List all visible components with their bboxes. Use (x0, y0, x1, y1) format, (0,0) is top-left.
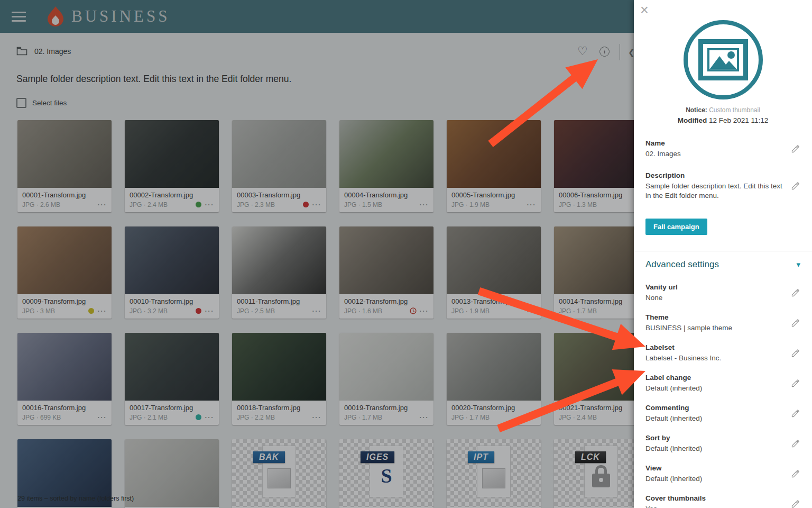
file-thumbnail[interactable] (554, 120, 634, 188)
more-options-icon[interactable]: ··· (205, 413, 215, 421)
file-thumbnail[interactable] (17, 226, 112, 294)
menu-icon[interactable] (12, 9, 26, 24)
file-thumbnail[interactable] (339, 226, 433, 294)
chevron-down-icon[interactable]: ▾ (796, 260, 800, 269)
file-meta: 00001-Transform.jpgJPG · 2.6 MB··· (17, 188, 112, 212)
folder-thumbnail-icon (684, 20, 763, 99)
file-size: JPG · 2.1 MB (130, 414, 196, 421)
file-size: JPG · 3 MB (22, 307, 88, 315)
favorite-heart-icon[interactable]: ♡ (577, 44, 588, 58)
info-icon[interactable]: i (599, 47, 610, 57)
edit-icon[interactable] (791, 144, 800, 154)
share-icon[interactable]: ❮ (628, 48, 634, 57)
file-card[interactable]: 00003-Transform.jpgJPG · 2.3 MB··· (232, 120, 326, 212)
file-thumbnail[interactable] (125, 226, 219, 294)
more-options-icon[interactable]: ··· (527, 307, 537, 315)
file-card[interactable]: 00009-Transform.jpgJPG · 3 MB··· (17, 226, 112, 319)
more-options-icon[interactable]: ··· (205, 307, 215, 315)
edit-icon[interactable] (791, 409, 800, 419)
advanced-settings-toggle[interactable]: Advanced settings ▾ (645, 259, 800, 270)
edit-icon[interactable] (791, 379, 800, 388)
select-files-row[interactable]: Select files (16, 98, 67, 108)
notice-value: Custom thumbnail (709, 106, 760, 114)
file-thumbnail[interactable] (125, 120, 219, 188)
file-card[interactable]: LCKlck.png (554, 439, 634, 508)
file-thumbnail[interactable] (17, 120, 112, 188)
more-options-icon[interactable]: ··· (312, 307, 322, 315)
settings-item: Label changeDefault (inherited) (645, 374, 800, 393)
file-thumbnail[interactable] (232, 226, 326, 294)
edit-icon[interactable] (791, 182, 800, 191)
select-files-checkbox[interactable] (16, 98, 26, 108)
file-card[interactable]: 00019-Transform.jpgJPG · 1.7 MB··· (339, 333, 433, 425)
more-options-icon[interactable]: ··· (527, 201, 537, 208)
panel-field: Name02. Images (645, 139, 800, 159)
more-options-icon[interactable]: ··· (98, 413, 107, 421)
file-thumbnail[interactable] (232, 120, 326, 188)
file-card[interactable]: IGESSiges.png (339, 439, 433, 508)
file-card[interactable]: 00021-Transform.jpgJPG · 2.4 MB (554, 333, 634, 425)
file-thumbnail[interactable] (554, 333, 634, 401)
more-options-icon[interactable]: ··· (205, 201, 215, 208)
file-thumbnail[interactable]: IPT (447, 439, 541, 507)
file-card[interactable]: 00020-Transform.jpgJPG · 1.7 MB··· (447, 333, 541, 425)
clock-icon (410, 307, 417, 314)
edit-icon[interactable] (791, 500, 800, 508)
file-card[interactable]: 00010-Transform.jpgJPG · 3.2 MB··· (125, 226, 219, 319)
file-card[interactable]: 00001-Transform.jpgJPG · 2.6 MB··· (17, 120, 112, 212)
file-thumbnail[interactable]: LCK (554, 439, 634, 507)
more-options-icon[interactable]: ··· (420, 413, 429, 421)
file-card[interactable]: 00004-Transform.jpgJPG · 1.5 MB··· (339, 120, 433, 212)
file-meta: 00003-Transform.jpgJPG · 2.3 MB··· (232, 188, 326, 212)
edit-icon[interactable] (791, 319, 800, 328)
file-name: 00006-Transform.jpg (559, 191, 634, 199)
file-card[interactable]: 00005-Transform.jpgJPG · 1.9 MB··· (447, 120, 541, 212)
file-thumbnail[interactable] (125, 333, 219, 401)
file-thumbnail[interactable] (554, 226, 634, 294)
more-options-icon[interactable]: ··· (312, 413, 322, 421)
setting-value: Sample folder description text. Edit thi… (645, 182, 785, 201)
file-thumbnail[interactable] (17, 333, 112, 401)
file-card[interactable]: 00013-Transform.jpgJPG · 1.9 MB··· (447, 226, 541, 319)
fall-campaign-tag-button[interactable]: Fall campaign (645, 219, 707, 235)
file-card[interactable]: 00002-Transform.jpgJPG · 2.4 MB··· (125, 120, 219, 212)
file-name: 00014-Transform.jpg (559, 297, 634, 305)
file-card[interactable]: 00014-Transform.jpgJPG · 1.7 MB (554, 226, 634, 319)
more-options-icon[interactable]: ··· (98, 201, 107, 208)
file-thumbnail[interactable] (339, 120, 433, 188)
file-thumbnail[interactable]: BAK (232, 439, 326, 507)
file-name: 00005-Transform.jpg (451, 191, 536, 199)
file-card[interactable]: 00024-Transform.jpg (125, 439, 219, 508)
more-options-icon[interactable]: ··· (312, 201, 322, 208)
edit-icon[interactable] (791, 288, 800, 298)
more-options-icon[interactable]: ··· (527, 413, 537, 421)
file-card[interactable]: 00018-Transform.jpgJPG · 2.2 MB··· (232, 333, 326, 425)
more-options-icon[interactable]: ··· (420, 307, 429, 315)
more-options-icon[interactable]: ··· (98, 307, 107, 315)
edit-icon[interactable] (791, 469, 800, 479)
setting-value: BUSINESS | sample theme (645, 323, 785, 333)
file-thumbnail[interactable] (447, 226, 541, 294)
file-card[interactable]: 00017-Transform.jpgJPG · 2.1 MB··· (125, 333, 219, 425)
file-type-badge: IPT (468, 451, 494, 463)
file-meta: 00016-Transform.jpgJPG · 699 KB··· (17, 401, 112, 425)
edit-icon[interactable] (791, 439, 800, 449)
file-card[interactable]: IPTipt.png (447, 439, 541, 508)
file-card[interactable]: BAKbak.png (232, 439, 326, 508)
more-options-icon[interactable]: ··· (420, 201, 429, 208)
file-card[interactable]: 00011-Transform.jpgJPG · 2.5 MB··· (232, 226, 326, 319)
file-thumbnail[interactable] (447, 333, 541, 401)
file-type-page: IPT (477, 446, 511, 497)
edit-icon[interactable] (791, 349, 800, 358)
close-icon[interactable]: × (640, 3, 649, 17)
file-thumbnail[interactable] (232, 333, 326, 401)
file-card[interactable]: 00006-Transform.jpgJPG · 1.3 MB (554, 120, 634, 212)
file-thumbnail[interactable] (447, 120, 541, 188)
file-thumbnail[interactable] (125, 439, 219, 507)
file-card[interactable]: 00016-Transform.jpgJPG · 699 KB··· (17, 333, 112, 425)
file-card[interactable]: 00012-Transform.jpgJPG · 1.6 MB··· (339, 226, 433, 319)
file-thumbnail[interactable]: IGESS (339, 439, 433, 507)
file-size: JPG · 2.2 MB (237, 414, 312, 421)
file-thumbnail[interactable] (339, 333, 433, 401)
setting-label: Description (645, 171, 785, 180)
